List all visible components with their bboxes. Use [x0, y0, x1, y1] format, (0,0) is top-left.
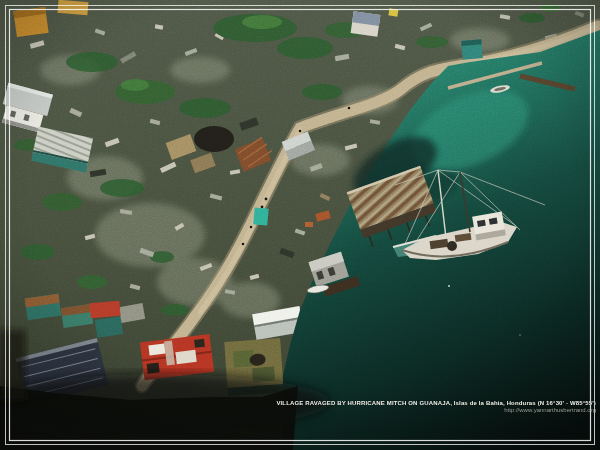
- caption-block: VILLAGE RAVAGED BY HURRICANE MITCH ON GU…: [276, 400, 596, 413]
- aerial-photo: [0, 0, 600, 450]
- photo-credit-url: http://www.yannarthusbertrand.org: [276, 407, 596, 414]
- photo-caption: VILLAGE RAVAGED BY HURRICANE MITCH ON GU…: [276, 400, 596, 407]
- vignette: [0, 0, 600, 450]
- photo: VILLAGE RAVAGED BY HURRICANE MITCH ON GU…: [0, 0, 600, 450]
